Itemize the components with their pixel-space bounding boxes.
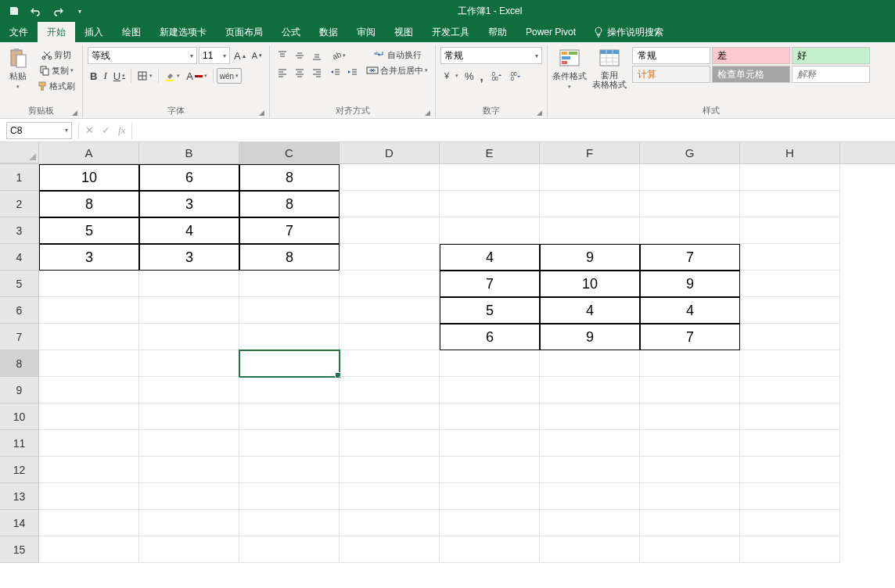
formula-input[interactable]: [132, 122, 895, 139]
cell-D11[interactable]: [340, 430, 440, 457]
borders-button[interactable]: ▾: [135, 68, 155, 84]
row-header-7[interactable]: 7: [0, 324, 39, 350]
cell-E9[interactable]: [440, 377, 540, 403]
cell-A3[interactable]: 5: [39, 217, 139, 244]
undo-button[interactable]: [27, 2, 45, 20]
cell-H6[interactable]: [740, 297, 840, 324]
cell-A5[interactable]: [39, 271, 139, 297]
cell-G11[interactable]: [640, 430, 740, 457]
select-all-corner[interactable]: [0, 142, 39, 163]
align-launcher[interactable]: ◢: [425, 109, 430, 117]
name-box[interactable]: C8▾: [6, 122, 72, 139]
font-color-button[interactable]: A▾: [184, 68, 210, 84]
row-header-3[interactable]: 3: [0, 217, 39, 244]
cell-B14[interactable]: [139, 510, 239, 536]
col-header-E[interactable]: E: [440, 142, 540, 163]
col-header-C[interactable]: C: [239, 142, 340, 163]
enter-formula-button[interactable]: ✓: [102, 124, 110, 136]
cell-F4[interactable]: 9: [540, 244, 640, 271]
cell-E12[interactable]: [440, 457, 540, 483]
cell-D6[interactable]: [340, 297, 440, 324]
cell-D12[interactable]: [340, 457, 440, 483]
cell-G7[interactable]: 7: [640, 324, 740, 350]
cell-B2[interactable]: 3: [139, 191, 239, 217]
row-header-14[interactable]: 14: [0, 510, 39, 536]
cell-A14[interactable]: [39, 510, 139, 536]
cell-C15[interactable]: [239, 536, 340, 563]
bold-button[interactable]: B: [88, 68, 99, 84]
cut-button[interactable]: 剪切: [34, 47, 77, 63]
cell-B6[interactable]: [139, 297, 239, 324]
underline-button[interactable]: U▾: [111, 68, 128, 84]
align-left-button[interactable]: [275, 65, 290, 81]
cell-F2[interactable]: [540, 191, 640, 217]
cell-G5[interactable]: 9: [640, 271, 740, 297]
col-header-D[interactable]: D: [340, 142, 440, 163]
style-bad[interactable]: 差: [712, 47, 790, 64]
row-header-10[interactable]: 10: [0, 403, 39, 430]
format-table-button[interactable]: 套用 表格格式: [590, 47, 629, 89]
cell-C7[interactable]: [239, 324, 340, 350]
cell-E2[interactable]: [440, 191, 540, 217]
decrease-decimal-button[interactable]: .00.0: [506, 68, 523, 84]
cell-E15[interactable]: [440, 536, 540, 563]
cell-A9[interactable]: [39, 377, 139, 403]
cell-C6[interactable]: [239, 297, 340, 324]
row-header-2[interactable]: 2: [0, 191, 39, 217]
cell-C8[interactable]: [239, 350, 340, 377]
cell-C9[interactable]: [239, 377, 340, 403]
cell-G14[interactable]: [640, 510, 740, 536]
cell-D7[interactable]: [340, 324, 440, 350]
save-button[interactable]: [5, 2, 23, 20]
cell-B8[interactable]: [139, 350, 239, 377]
style-normal[interactable]: 常规: [632, 47, 710, 64]
align-bottom-button[interactable]: [309, 48, 325, 63]
cell-E3[interactable]: [440, 217, 540, 244]
cell-D4[interactable]: [340, 244, 440, 271]
cancel-formula-button[interactable]: ✕: [85, 124, 94, 136]
number-launcher[interactable]: ◢: [537, 109, 542, 117]
cell-B1[interactable]: 6: [139, 164, 239, 191]
cell-F3[interactable]: [540, 217, 640, 244]
cell-B13[interactable]: [139, 483, 239, 510]
cell-G13[interactable]: [640, 483, 740, 510]
tab-formulas[interactable]: 公式: [272, 22, 310, 42]
cell-F8[interactable]: [540, 350, 640, 377]
increase-font-button[interactable]: A▴: [232, 48, 248, 63]
number-format-select[interactable]: 常规▾: [440, 47, 542, 64]
tab-data[interactable]: 数据: [310, 22, 347, 42]
tell-me[interactable]: 操作说明搜索: [585, 22, 671, 42]
style-calc[interactable]: 计算: [632, 66, 710, 83]
col-header-H[interactable]: H: [740, 142, 840, 163]
tab-dev[interactable]: 开发工具: [422, 22, 479, 42]
cell-B15[interactable]: [139, 536, 239, 563]
cell-H10[interactable]: [740, 403, 840, 430]
cell-H3[interactable]: [740, 217, 840, 244]
conditional-format-button[interactable]: 条件格式 ▾: [552, 47, 587, 90]
cell-H7[interactable]: [740, 324, 840, 350]
row-header-13[interactable]: 13: [0, 483, 39, 510]
cell-D5[interactable]: [340, 271, 440, 297]
align-center-button[interactable]: [292, 65, 307, 81]
cell-B12[interactable]: [139, 457, 239, 483]
cell-C2[interactable]: 8: [239, 191, 340, 217]
cell-B11[interactable]: [139, 430, 239, 457]
cell-E10[interactable]: [440, 403, 540, 430]
redo-button[interactable]: [49, 2, 67, 20]
cell-B7[interactable]: [139, 324, 239, 350]
cell-C3[interactable]: 7: [239, 217, 340, 244]
row-header-6[interactable]: 6: [0, 297, 39, 324]
cell-C11[interactable]: [239, 430, 340, 457]
cell-H11[interactable]: [740, 430, 840, 457]
cell-A12[interactable]: [39, 457, 139, 483]
cell-A8[interactable]: [39, 350, 139, 377]
cell-E13[interactable]: [440, 483, 540, 510]
row-header-1[interactable]: 1: [0, 164, 39, 191]
font-size-select[interactable]: 11▾: [199, 47, 230, 64]
accounting-format-button[interactable]: ¥▾: [440, 68, 461, 84]
tab-home[interactable]: 开始: [38, 22, 75, 42]
cell-G4[interactable]: 7: [640, 244, 740, 271]
cell-D1[interactable]: [340, 164, 440, 191]
cell-H2[interactable]: [740, 191, 840, 217]
cell-F5[interactable]: 10: [540, 271, 640, 297]
